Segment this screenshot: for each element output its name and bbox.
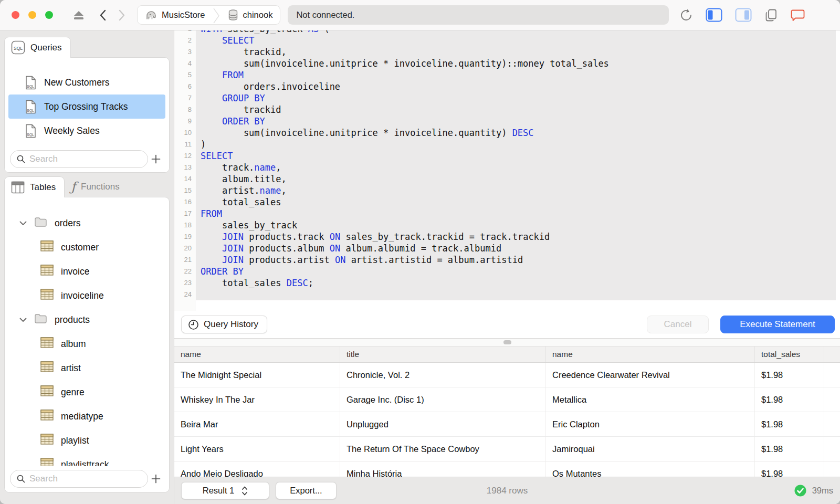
result-row[interactable]: Whiskey In The JarGarage Inc. (Disc 1)Me… <box>174 387 840 412</box>
code-line[interactable]: 9 ORDER BY <box>174 116 836 127</box>
result-cell[interactable]: Garage Inc. (Disc 1) <box>340 387 546 412</box>
code-line[interactable]: 23 total_sales DESC; <box>174 277 836 289</box>
result-cell[interactable]: $1.98 <box>755 387 824 412</box>
schema-folder-item[interactable]: orders <box>5 211 169 235</box>
code-line[interactable]: 16 total_sales <box>174 196 836 208</box>
reload-button[interactable] <box>679 8 693 22</box>
sql-editor[interactable]: 1WITH sales_by_track AS (2 SELECT3 track… <box>174 30 840 311</box>
result-cell[interactable]: $1.98 <box>755 437 824 461</box>
result-cell[interactable]: The Return Of The Space Cowboy <box>340 437 546 461</box>
disclosure-chevron[interactable] <box>19 318 28 322</box>
queries-search-input[interactable] <box>29 154 148 164</box>
toggle-left-sidebar-button[interactable] <box>706 8 722 22</box>
close-window-button[interactable] <box>12 11 19 19</box>
code-line[interactable]: 17FROM <box>174 208 836 219</box>
disconnect-eject-button[interactable] <box>72 9 86 21</box>
code-line[interactable]: 3 trackid, <box>174 46 836 58</box>
zoom-window-button[interactable] <box>45 11 53 19</box>
result-cell[interactable]: $1.98 <box>755 461 824 477</box>
query-history-button[interactable]: Query History <box>181 316 267 333</box>
table-item[interactable]: genre <box>5 380 169 404</box>
table-item[interactable]: mediatype <box>5 404 169 428</box>
tab-queries[interactable]: SQL Queries <box>4 37 71 58</box>
result-cell[interactable]: Jamiroquai <box>546 437 755 461</box>
code-text: ORDER BY <box>195 266 244 277</box>
result-cell[interactable]: Whiskey In The Jar <box>174 387 340 412</box>
breadcrumb-server[interactable]: MusicStore <box>138 6 213 24</box>
tables-search-field[interactable] <box>10 470 148 488</box>
export-button[interactable]: Export... <box>276 482 337 499</box>
code-line[interactable]: 10 sum(invoiceline.unitprice * invoiceli… <box>174 127 836 139</box>
result-cell[interactable]: $1.98 <box>755 412 824 436</box>
result-cell[interactable]: Light Years <box>174 437 340 461</box>
column-header[interactable]: title <box>340 346 546 362</box>
table-item[interactable]: invoice <box>5 259 169 284</box>
code-line[interactable]: 8 trackid <box>174 104 836 116</box>
result-cell[interactable]: Unplugged <box>340 412 546 436</box>
table-item[interactable]: artist <box>5 356 169 380</box>
code-line[interactable]: 11) <box>174 139 836 150</box>
feedback-button[interactable] <box>791 8 805 22</box>
code-line[interactable]: 20 JOIN products.album ON album.albumid … <box>174 243 836 254</box>
column-header[interactable]: total_sales <box>755 346 824 362</box>
add-query-button[interactable] <box>148 150 164 168</box>
queries-search-field[interactable] <box>10 150 148 168</box>
code-line[interactable]: 2 SELECT <box>174 35 836 46</box>
result-cell[interactable]: Eric Clapton <box>546 412 755 436</box>
code-line[interactable]: 1WITH sales_by_track AS ( <box>174 30 836 35</box>
query-list-item[interactable]: SQLWeekly Sales <box>5 119 169 143</box>
code-line[interactable]: 19 JOIN products.track ON sales_by_track… <box>174 231 836 243</box>
code-line[interactable]: 12SELECT <box>174 150 836 162</box>
result-cell[interactable]: The Midnight Special <box>174 363 340 387</box>
table-item[interactable]: invoiceline <box>5 284 169 308</box>
code-line[interactable]: 5 FROM <box>174 69 836 81</box>
new-window-button[interactable] <box>764 8 778 22</box>
column-header[interactable]: name <box>174 346 340 362</box>
breadcrumb-database[interactable]: chinook <box>220 6 280 24</box>
code-line[interactable]: 21 JOIN products.artist ON artist.artist… <box>174 254 836 266</box>
code-line[interactable]: 18 sales_by_track <box>174 219 836 231</box>
window-controls <box>12 11 53 19</box>
query-list-item[interactable]: SQLTop Grossing Tracks <box>8 94 165 119</box>
result-cell[interactable]: Creedence Clearwater Revival <box>546 363 755 387</box>
schema-folder-item[interactable]: products <box>5 308 169 332</box>
table-item[interactable]: album <box>5 332 169 356</box>
cancel-button[interactable]: Cancel <box>647 316 709 333</box>
code-line[interactable]: 6 orders.invoiceline <box>174 81 836 92</box>
table-item[interactable]: customer <box>5 235 169 259</box>
back-button[interactable] <box>99 9 107 21</box>
result-row[interactable]: Ando Meio DesligadoMinha HistóriaOs Muta… <box>174 461 840 477</box>
code-line[interactable]: 7 GROUP BY <box>174 92 836 104</box>
result-row[interactable]: The Midnight SpecialChronicle, Vol. 2Cre… <box>174 363 840 387</box>
forward-button[interactable] <box>118 9 125 21</box>
tables-search-input[interactable] <box>29 474 148 484</box>
code-line[interactable]: 14 album.title, <box>174 173 836 185</box>
add-table-button[interactable] <box>148 470 164 488</box>
result-row[interactable]: Light YearsThe Return Of The Space Cowbo… <box>174 437 840 461</box>
result-selector[interactable]: Result 1 <box>181 482 269 499</box>
result-cell[interactable]: Ando Meio Desligado <box>174 461 340 477</box>
table-item[interactable]: playlist <box>5 428 169 453</box>
disclosure-chevron[interactable] <box>19 221 28 226</box>
toggle-right-sidebar-button[interactable] <box>735 8 752 22</box>
code-line[interactable]: 4 sum(invoiceline.unitprice * invoicelin… <box>174 58 836 69</box>
code-line[interactable]: 24 <box>174 289 836 300</box>
column-header[interactable]: name <box>546 346 755 362</box>
result-row[interactable]: Beira MarUnpluggedEric Clapton$1.98 <box>174 412 840 437</box>
code-line[interactable]: 22ORDER BY <box>174 266 836 277</box>
result-cell[interactable]: Beira Mar <box>174 412 340 436</box>
result-cell[interactable]: Metallica <box>546 387 755 412</box>
result-cell[interactable]: $1.98 <box>755 363 824 387</box>
pane-splitter[interactable] <box>174 339 840 346</box>
breadcrumb-database-label: chinook <box>243 10 273 20</box>
execute-statement-button[interactable]: Execute Statement <box>720 316 835 333</box>
result-cell[interactable]: Minha História <box>340 461 546 477</box>
query-list-item[interactable]: SQLNew Customers <box>5 70 169 94</box>
tab-functions[interactable]: ƒ Functions <box>65 176 128 197</box>
code-line[interactable]: 15 artist.name, <box>174 185 836 196</box>
result-cell[interactable]: Chronicle, Vol. 2 <box>340 363 546 387</box>
result-cell[interactable]: Os Mutantes <box>546 461 755 477</box>
minimize-window-button[interactable] <box>28 11 36 19</box>
tab-tables[interactable]: Tables <box>4 176 65 197</box>
code-line[interactable]: 13 track.name, <box>174 162 836 173</box>
